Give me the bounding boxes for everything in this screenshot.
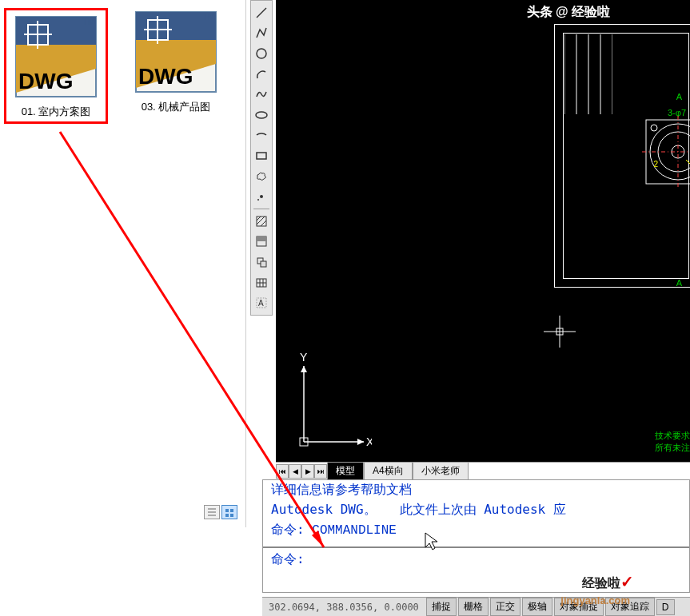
mouse-cursor-icon: [424, 531, 440, 554]
file-label: 01. 室内方案图: [9, 105, 103, 119]
tab-nav-last[interactable]: ⏭: [314, 464, 327, 479]
line-tool[interactable]: [252, 3, 271, 22]
svg-point-27: [260, 195, 263, 198]
point-tool[interactable]: [252, 187, 271, 206]
svg-line-56: [686, 160, 690, 184]
svg-marker-63: [301, 366, 307, 372]
anno-tech-req: 技术要求: [655, 430, 690, 442]
text-tool[interactable]: A: [252, 293, 271, 312]
ellipse-arc-tool[interactable]: [252, 126, 271, 145]
svg-line-30: [257, 217, 261, 221]
sheet-tab-custom[interactable]: 小米老师: [413, 462, 469, 480]
svg-point-24: [257, 49, 266, 58]
hatch-tool[interactable]: [252, 212, 271, 231]
svg-text:X: X: [366, 435, 372, 448]
arc-tool[interactable]: [252, 65, 271, 84]
file-item-03[interactable]: DWG TM 03. 机械产品图: [124, 8, 228, 124]
gradient-tool[interactable]: [252, 232, 271, 252]
mechanical-drawing: [642, 116, 690, 188]
svg-text:TM: TM: [202, 12, 215, 22]
svg-text:Y: Y: [300, 351, 308, 364]
dwg-file-icon: DWG TM: [12, 13, 100, 101]
region-tool[interactable]: [252, 252, 271, 272]
dim-value: 2: [653, 160, 658, 169]
cmd-input[interactable]: 命令:: [263, 546, 689, 571]
svg-rect-34: [257, 236, 266, 241]
dyn-toggle[interactable]: D: [656, 599, 675, 615]
cmd-history-2: Autodesk DWG。 此文件上次由 Autodesk 应: [263, 500, 689, 520]
cmd-history-3: 命令: COMMANDLINE: [263, 520, 689, 540]
svg-text:DWG: DWG: [138, 64, 193, 89]
svg-rect-21: [225, 514, 229, 517]
tab-nav-prev[interactable]: ◀: [289, 464, 301, 479]
drawing-canvas[interactable]: A 3-φ7 A 2 技术要求 所有未注: [276, 0, 690, 462]
svg-point-54: [651, 125, 657, 131]
svg-rect-29: [257, 217, 266, 226]
sheet-tab-a4[interactable]: A4横向: [364, 462, 413, 480]
svg-text:TM: TM: [82, 17, 95, 26]
svg-rect-59: [556, 328, 563, 335]
anno-note: 所有未注: [655, 442, 690, 454]
tab-nav-next[interactable]: ▶: [301, 464, 314, 479]
svg-rect-26: [257, 153, 266, 159]
watermark-url: jingyanla.com: [560, 594, 630, 606]
crosshair-cursor: [544, 316, 576, 348]
grid-toggle[interactable]: 栅格: [458, 598, 489, 616]
ellipse-tool[interactable]: [252, 105, 271, 125]
snap-toggle[interactable]: 捕捉: [426, 598, 457, 616]
polar-toggle[interactable]: 极轴: [522, 598, 552, 616]
svg-text:DWG: DWG: [18, 69, 73, 93]
view-toggle-group: [204, 505, 237, 519]
draw-toolbar: A: [250, 0, 273, 316]
file-label: 03. 机械产品图: [124, 100, 228, 114]
circle-tool[interactable]: [252, 44, 271, 63]
sheet-tabs-bar: ⏮ ◀ ▶ ⏭ 模型 A4横向 小米老师: [276, 462, 690, 479]
svg-rect-36: [261, 261, 266, 267]
dwg-file-icon: DWG TM: [132, 8, 220, 96]
tab-nav-first[interactable]: ⏮: [276, 464, 289, 479]
svg-text:A: A: [258, 299, 264, 308]
svg-rect-19: [225, 509, 229, 512]
svg-line-23: [257, 8, 266, 18]
svg-rect-20: [230, 509, 233, 512]
file-item-01[interactable]: DWG TM 01. 室内方案图: [4, 8, 108, 124]
coordinates-display: 302.0694, 388.0356, 0.0000: [262, 602, 425, 613]
file-explorer-panel: DWG TM 01. 室内方案图 DWG TM 03. 机械产品图: [0, 0, 246, 527]
watermark-bottom: 经验啦✓: [582, 572, 634, 592]
anno-label-a1: A: [676, 92, 682, 101]
anno-label-a2: A: [676, 278, 682, 288]
table-tool[interactable]: [252, 273, 271, 292]
spline-tool[interactable]: [252, 85, 271, 104]
view-icons-button[interactable]: [221, 505, 237, 519]
svg-point-28: [257, 199, 259, 201]
svg-point-25: [256, 112, 267, 118]
revcloud-tool[interactable]: [252, 167, 271, 186]
sheet-tab-model[interactable]: 模型: [327, 462, 364, 480]
watermark-top: 头条 @ 经验啦: [527, 4, 611, 21]
ucs-icon: X Y: [292, 350, 372, 454]
ortho-toggle[interactable]: 正交: [490, 598, 520, 616]
rectangle-tool[interactable]: [252, 146, 271, 165]
view-list-button[interactable]: [204, 505, 220, 519]
polyline-tool[interactable]: [252, 24, 271, 43]
cmd-history-1: 详细信息请参考帮助文档: [263, 480, 689, 500]
svg-marker-61: [357, 439, 364, 445]
svg-line-32: [261, 221, 266, 226]
svg-rect-22: [230, 514, 233, 517]
